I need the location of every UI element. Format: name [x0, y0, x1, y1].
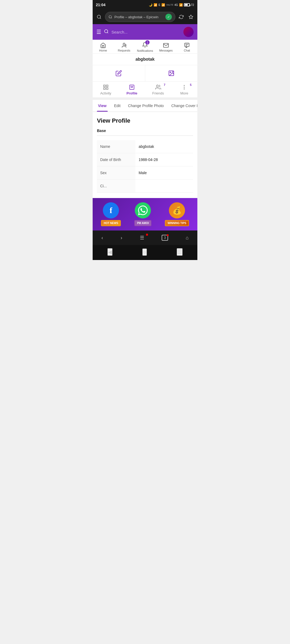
nav-label-notifications: Notifications [137, 49, 153, 52]
nav-item-messages[interactable]: Messages [158, 42, 174, 52]
sub-tab-change-cover-image-label: Change Cover Image [171, 104, 197, 108]
profile-table: Name abgbotak Date of Birth 1988-04-28 S… [97, 140, 193, 193]
nav-item-home[interactable]: Home [95, 42, 111, 52]
svg-point-25 [184, 89, 184, 89]
svg-line-1 [100, 18, 101, 19]
field-value-dob: 1988-04-28 [135, 153, 193, 166]
profile-tabs: Activity Profile 7 Friends 5 More [93, 82, 197, 98]
field-label-sex: Sex [97, 166, 135, 180]
nav-item-requests[interactable]: Requests [116, 42, 132, 52]
ad-item-tips[interactable]: 💰 WINNING TIPS [165, 202, 189, 226]
sub-tab-edit[interactable]: Edit [113, 100, 122, 112]
android-back-button[interactable]: ◀ [107, 248, 113, 256]
chat-icon [184, 42, 190, 48]
svg-line-3 [111, 18, 112, 19]
tab-profile[interactable]: Profile [122, 84, 141, 95]
status-icons: 🌙 📶 E 📶 VoLTE 4G 📶 72 [149, 3, 194, 7]
search-input[interactable] [111, 30, 181, 34]
table-row: Ci... [97, 180, 193, 193]
menu-button[interactable]: ☰ [136, 233, 148, 242]
signal-e-icon: E [158, 3, 160, 6]
browser-refresh-icon[interactable] [177, 13, 185, 21]
svg-point-0 [97, 15, 100, 18]
tab-counter: 3 [162, 235, 168, 241]
username-text: abgbotak [135, 57, 154, 61]
battery-percent: 72 [191, 3, 194, 6]
field-value-name: abgbotak [135, 140, 193, 153]
sub-tab-change-profile-photo[interactable]: Change Profile Photo [127, 100, 165, 112]
section-base-label: Base [97, 129, 193, 133]
svg-point-7 [123, 43, 125, 45]
tab-activity[interactable]: Activity [96, 84, 115, 95]
edit-profile-button[interactable] [93, 65, 145, 81]
browser-bar: Profile – abgbotak – Epicwin ✓ [93, 10, 197, 24]
more-badge: 5 [190, 83, 191, 86]
red-dot [167, 234, 169, 236]
nav-label-messages: Messages [159, 49, 173, 52]
sub-tab-view[interactable]: View [97, 100, 108, 112]
browser-search-box[interactable]: Profile – abgbotak – Epicwin ✓ [105, 12, 175, 22]
tab-activity-label: Activity [100, 91, 111, 95]
table-row: Sex Male [97, 166, 193, 180]
friends-badge: 7 [164, 83, 165, 86]
search-icon [104, 29, 109, 35]
android-nav: ◀ ○ ☰ [93, 245, 197, 260]
svg-point-22 [156, 85, 158, 87]
tab-more[interactable]: 5 More [175, 84, 194, 95]
nav-item-chat[interactable]: Chat [179, 42, 195, 52]
nav-label-home: Home [99, 49, 107, 52]
browser-search-icon[interactable] [95, 13, 103, 21]
tab-friends-label: Friends [152, 91, 164, 95]
tab-more-label: More [180, 91, 188, 95]
more-icon [181, 84, 187, 90]
signal-4g-icon: 4G [174, 3, 178, 6]
forward-button[interactable]: › [116, 233, 126, 242]
hamburger-icon[interactable]: ☰ [96, 29, 101, 35]
sub-tab-view-label: View [98, 104, 107, 108]
android-recents-button[interactable]: ☰ [177, 248, 183, 256]
ad-banner: f HOT NEWS PM AMOI 💰 WINNING TIPS [93, 198, 197, 230]
ad-label-facebook: HOT NEWS [101, 220, 121, 226]
messages-icon [163, 42, 169, 48]
ad-item-whatsapp[interactable]: PM AMOI [134, 202, 151, 226]
profile-tab-icon [129, 84, 135, 90]
svg-line-6 [107, 32, 108, 33]
profile-content: View Profile Base Name abgbotak Date of … [93, 112, 197, 198]
nav-item-notifications[interactable]: 1 Notifications [137, 42, 153, 52]
svg-point-5 [104, 30, 108, 33]
table-row: Date of Birth 1988-04-28 [97, 153, 193, 166]
field-label-dob: Date of Birth [97, 153, 135, 166]
tab-friends[interactable]: 7 Friends [149, 84, 168, 95]
home-sys-button[interactable]: ⌂ [181, 233, 193, 242]
android-home-button[interactable]: ○ [142, 248, 147, 256]
view-profile-title: View Profile [97, 117, 193, 124]
nav-label-chat: Chat [184, 49, 190, 52]
shield-icon: ✓ [165, 14, 172, 20]
upload-image-button[interactable] [145, 65, 198, 81]
svg-point-20 [131, 86, 132, 87]
signal-bars-icon: 📶 [161, 3, 165, 7]
app-header: ☰ [93, 24, 197, 40]
sub-tab-change-cover-image[interactable]: Change Cover Image [170, 100, 197, 112]
bottom-nav: Home Requests 1 Notifications Messages C… [93, 40, 197, 54]
svg-point-23 [184, 85, 184, 86]
svg-rect-10 [185, 43, 189, 46]
browser-search-text: Profile – abgbotak – Epicwin [114, 15, 163, 19]
avatar[interactable] [183, 27, 194, 37]
field-label-name: Name [97, 140, 135, 153]
facebook-icon: f [103, 202, 119, 218]
ad-item-facebook[interactable]: f HOT NEWS [101, 202, 121, 226]
status-time: 21:04 [96, 3, 106, 7]
requests-icon [121, 42, 127, 48]
action-buttons-row [93, 65, 197, 82]
friends-icon [155, 84, 161, 90]
tabs-button[interactable]: 3 [157, 233, 172, 242]
moon-icon: 🌙 [149, 3, 153, 7]
username-banner: abgbotak [93, 54, 197, 65]
browser-favorite-icon[interactable] [187, 13, 195, 21]
battery-icon [184, 3, 190, 6]
svg-rect-15 [104, 85, 105, 87]
back-button[interactable]: ‹ [97, 233, 107, 242]
signal-bars2-icon: 📶 [179, 3, 183, 7]
field-label-city: Ci... [97, 180, 135, 193]
